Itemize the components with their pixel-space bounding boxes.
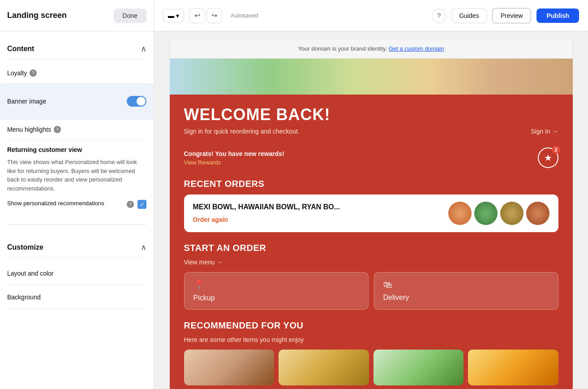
content-chevron-icon[interactable]: ∧ [141,44,146,54]
hero-image-strip [170,59,573,95]
pickup-label: Pickup [193,294,359,302]
domain-banner-link[interactable]: Get a custom domain [389,45,444,52]
undo-redo-group: ↩ ↪ [189,8,222,23]
autosaved-label: Autosaved [231,12,258,19]
banner-image-toggle[interactable] [127,96,146,107]
view-menu-row: View menu → [184,259,558,266]
pickup-option[interactable]: 📍 Pickup [184,272,369,310]
layout-color-item[interactable]: Layout and color [7,262,146,285]
domain-banner-text: Your domain is your brand identity. [298,45,387,52]
device-selector[interactable]: ▬ ▾ [163,9,184,22]
welcome-row: Sign in for quick reordering and checkou… [184,128,558,135]
recommended-section: RECOMMENDED FOR YOU Here are some other … [170,315,573,389]
rewards-link[interactable]: View Rewards [184,159,284,166]
show-personalized-label: Show personalized recommendations [7,200,104,207]
recommended-sub: Here are some other items you might enjo… [184,336,558,343]
food-grid [184,350,558,385]
rewards-badge[interactable]: ★ 2 [538,147,558,168]
section-divider [7,224,146,225]
left-header: Landing screen Done [0,0,154,31]
order-again-button[interactable]: Order again [193,216,228,223]
recent-orders-section: RECENT ORDERS MEXI BOWL, HAWAIIAN BOWL, … [170,173,573,238]
rewards-count: 2 [552,146,560,154]
rewards-title: Congrats! You have new rewards! [184,150,284,157]
food-image-4 [526,202,549,225]
banner-image-row-inner: Banner image [7,90,146,113]
welcome-sub: Sign in for quick reordering and checkou… [184,128,300,135]
recommended-title: RECOMMENDED FOR YOU [184,320,558,331]
returning-customer-section: Returning customer view This view shows … [7,140,146,215]
order-images [448,202,549,225]
publish-button[interactable]: Publish [536,9,579,23]
pickup-icon: 📍 [193,280,359,290]
welcome-title: WELCOME BACK! [184,105,558,124]
background-item[interactable]: Background [7,285,146,309]
content-section-title: Content [7,45,34,53]
preview-button[interactable]: Preview [492,8,532,23]
preview-frame: WELCOME BACK! Sign in for quick reorderi… [170,59,573,389]
food-card-2[interactable] [279,350,369,385]
show-personalized-row: Show personalized recommendations ? ✓ [7,200,146,209]
done-button[interactable]: Done [114,9,146,23]
right-panel: ▬ ▾ ↩ ↪ Autosaved ? Guides Preview Publi… [154,0,588,389]
loyalty-item[interactable]: Loyalty ? [7,63,146,83]
order-name: MEXI BOWL, HAWAIIAN BOWL, RYAN BO... [193,203,448,211]
food-image-1 [448,202,472,225]
left-content: Content ∧ Loyalty ? Banner image Menu hi… [0,31,154,389]
returning-customer-desc: This view shows what Personalized home w… [7,158,146,193]
device-icon: ▬ [168,12,174,19]
welcome-section: WELCOME BACK! Sign in for quick reorderi… [170,95,573,142]
customize-section-title: Customize [7,243,43,251]
delivery-label: Delivery [383,294,549,302]
sign-in-link[interactable]: Sign In → [531,128,558,135]
recent-orders-title: RECENT ORDERS [184,179,558,189]
customize-chevron-icon[interactable]: ∧ [141,242,146,252]
show-personalized-checkbox[interactable]: ✓ [137,200,146,209]
delivery-icon: 🛍 [383,280,549,290]
left-panel: Landing screen Done Content ∧ Loyalty ? … [0,0,154,389]
canvas-area: Your domain is your brand identity. Get … [154,31,588,389]
view-menu-link[interactable]: View menu → [184,259,223,266]
top-bar: ▬ ▾ ↩ ↪ Autosaved ? Guides Preview Publi… [154,0,588,31]
device-dropdown-icon: ▾ [176,12,179,19]
returning-customer-title: Returning customer view [7,146,146,153]
banner-image-label: Banner image [7,98,46,105]
guides-button[interactable]: Guides [451,8,486,23]
rewards-row: Congrats! You have new rewards! View Rew… [170,142,573,173]
menu-highlights-item[interactable]: Menu highlights ? [7,120,146,140]
start-order-section: START AN ORDER View menu → 📍 Pickup 🛍 De… [170,238,573,315]
loyalty-help-icon[interactable]: ? [30,69,37,77]
rewards-text: Congrats! You have new rewards! View Rew… [184,150,284,166]
food-image-3 [500,202,524,225]
order-options: 📍 Pickup 🛍 Delivery [184,272,558,310]
food-card-3[interactable] [373,350,464,385]
customize-section-header: Customize ∧ [7,237,146,258]
order-card-left: MEXI BOWL, HAWAIIAN BOWL, RYAN BO... Ord… [193,203,448,224]
hero-gradient [170,59,573,95]
customize-section: Customize ∧ Layout and color Background [7,233,146,309]
show-personalized-controls: ? ✓ [127,200,146,209]
start-order-title: START AN ORDER [184,243,558,253]
menu-highlights-label: Menu highlights ? [7,126,146,133]
content-section-header: Content ∧ [7,39,146,60]
star-icon: ★ [544,152,552,163]
food-card-4[interactable] [468,350,558,385]
menu-highlights-help-icon[interactable]: ? [54,126,61,133]
domain-banner: Your domain is your brand identity. Get … [170,39,573,59]
show-personalized-help-icon[interactable]: ? [127,201,134,208]
delivery-option[interactable]: 🛍 Delivery [374,272,558,310]
undo-button[interactable]: ↩ [189,8,205,23]
food-image-2 [474,202,498,225]
canvas-inner: Your domain is your brand identity. Get … [170,39,573,382]
redo-button[interactable]: ↪ [206,8,222,23]
loyalty-label: Loyalty ? [7,69,37,77]
page-title: Landing screen [7,11,67,20]
help-button[interactable]: ? [432,9,446,23]
order-card: MEXI BOWL, HAWAIIAN BOWL, RYAN BO... Ord… [184,194,558,232]
banner-image-item: Banner image [0,83,154,120]
food-card-1[interactable] [184,350,275,385]
